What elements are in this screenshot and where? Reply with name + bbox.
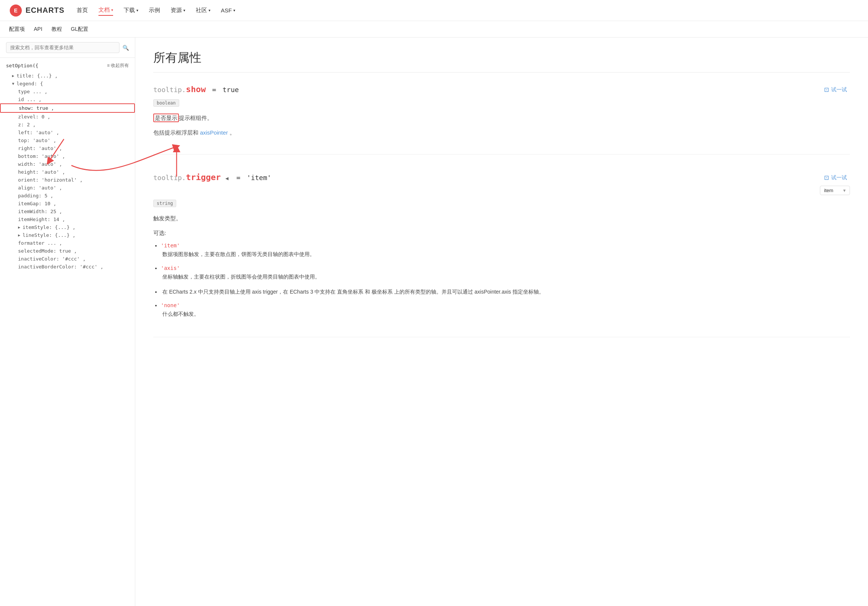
nav-item-examples[interactable]: 示例 [149,5,160,16]
tree-item-right[interactable]: right: 'auto' , [0,145,135,152]
prop-show-val: true [222,86,239,93]
sidebar-root-label: setOption({ [6,63,38,68]
prop-show-signature: tooltip.show = true [153,85,239,94]
option-axis-desc: 坐标轴触发，主要在柱状图，折线图等会使用类目轴的图表中使用。 [162,273,850,281]
expand-title-icon: ▶ [12,74,14,78]
option-none-val: 'none' [161,302,180,308]
prop-show-ns: tooltip. [153,86,186,93]
sidebar-search-area: 🔍 [0,37,135,58]
dropdown-chevron-icon: ▾ [843,188,846,193]
tree-item-legend[interactable]: ▼ legend: { [0,80,135,88]
prop-trigger-header: tooltip.trigger ◀ = 'item' ⊡ 试一试 item ▾ [153,172,850,195]
prop-trigger-desc1: 触发类型。 [153,213,850,223]
tree-item-inactivecolor[interactable]: inactiveColor: '#ccc' , [0,255,135,263]
trigger-type-badge: string [153,200,176,207]
expand-itemstyle-icon: ▶ [18,225,20,229]
expand-legend-icon: ▼ [12,82,14,86]
tree-item-orient[interactable]: orient: 'horizontal' , [0,176,135,184]
highlighted-show-text: 是否显示 [153,113,179,122]
tree-item-top[interactable]: top: 'auto' , [0,137,135,145]
tree-item-bottom[interactable]: bottom: 'auto' , [0,152,135,160]
tree-item-left[interactable]: left: 'auto' , [0,129,135,137]
tree-item-title[interactable]: ▶ title: {...} , [0,72,135,80]
layout: 🔍 setOption({ ≡ 收起所有 ▶ title: {...} , ▼ … [0,37,868,606]
collapse-all-button[interactable]: ≡ 收起所有 [107,62,129,69]
prop-show-desc2: 包括提示框浮层和 axisPointer 。 [153,127,850,138]
trigger-dropdown[interactable]: item ▾ [820,186,850,195]
try-trigger-button[interactable]: ⊡ 试一试 [821,172,850,183]
svg-text:E: E [14,8,17,14]
docs-caret-icon: ▾ [111,8,113,12]
try-show-button[interactable]: ⊡ 试一试 [821,85,850,95]
tree-item-show[interactable]: show: true , [0,103,135,113]
axispointer-link[interactable]: axisPointer [200,129,228,136]
tree-item-type[interactable]: type ... , [0,88,135,95]
search-icon[interactable]: 🔍 [122,45,129,51]
tree-item-zlevel[interactable]: zlevel: 0 , [0,113,135,121]
prop-show-header: tooltip.show = true ⊡ 试一试 [153,85,850,95]
nav-item-download[interactable]: 下载 ▾ [124,5,138,16]
tree-item-width[interactable]: width: 'auto' , [0,160,135,168]
nav-item-home[interactable]: 首页 [77,5,88,16]
option-item-desc: 数据项图形触发，主要在散点图，饼图等无类目轴的图表中使用。 [162,250,850,259]
sub-nav-config[interactable]: 配置项 [9,25,25,34]
echarts-logo-icon: E [9,4,23,17]
option-item: 'item' 数据项图形触发，主要在散点图，饼图等无类目轴的图表中使用。 [161,242,850,259]
prop-show-desc1: 是否显示提示框组件。 [153,113,850,123]
tree-item-id[interactable]: id ... , [0,95,135,103]
sub-nav-api[interactable]: API [34,25,42,34]
sub-nav-list: 配置项 API 教程 GL配置 [9,25,88,34]
option-none: 'none' 什么都不触发。 [161,302,850,319]
tree-item-inactivebordercolor[interactable]: inactiveBorderColor: '#ccc' , [0,263,135,271]
tree-item-itemheight[interactable]: itemHeight: 14 , [0,215,135,223]
tree-item-itemgap[interactable]: itemGap: 10 , [0,200,135,208]
tree-item-height[interactable]: height: 'auto' , [0,168,135,176]
try-trigger-icon: ⊡ [824,174,829,181]
tree-item-selectedmode[interactable]: selectedMode: true , [0,247,135,255]
logo-text: ECHARTS [26,6,65,15]
tree-item-formatter[interactable]: formatter ... , [0,239,135,247]
prop-trigger-signature: tooltip.trigger ◀ = 'item' [153,172,271,182]
nav-list: 首页 文档 ▾ 下载 ▾ 示例 资源 ▾ 社区 ▾ ASF ▾ [77,5,235,16]
nav-item-docs[interactable]: 文档 ▾ [98,5,113,16]
expand-linestyle-icon: ▶ [18,233,20,237]
tree-item-itemstyle[interactable]: ▶ itemStyle: {...} , [0,223,135,231]
prop-block-trigger: tooltip.trigger ◀ = 'item' ⊡ 试一试 item ▾ … [153,172,850,337]
polar-link[interactable]: 极坐标系 [372,289,393,295]
prop-show-name: show [186,85,206,94]
community-caret-icon: ▾ [209,8,211,12]
tree-item-z[interactable]: z: 2 , [0,121,135,129]
top-nav: E ECHARTS 首页 文档 ▾ 下载 ▾ 示例 资源 ▾ 社区 ▾ ASF … [0,0,868,21]
resources-caret-icon: ▾ [183,8,185,12]
search-input[interactable] [6,42,119,53]
trigger-arrow-icon: ◀ [222,175,228,181]
sidebar: 🔍 setOption({ ≡ 收起所有 ▶ title: {...} , ▼ … [0,37,135,606]
logo[interactable]: E ECHARTS [9,4,65,17]
asf-caret-icon: ▾ [233,8,235,12]
sub-nav-tutorial[interactable]: 教程 [51,25,62,34]
prop-block-show: tooltip.show = true ⊡ 试一试 boolean 是否显示提示… [153,85,850,154]
cartesian-link[interactable]: 直角坐标系 [337,289,363,295]
tree-item-padding[interactable]: padding: 5 , [0,192,135,200]
prop-trigger-name: trigger [186,172,221,182]
page-title: 所有属性 [153,50,850,73]
nav-item-resources[interactable]: 资源 ▾ [170,5,185,16]
tree-item-linestyle[interactable]: ▶ lineStyle: {...} , [0,231,135,239]
tree-item-align[interactable]: align: 'auto' , [0,184,135,192]
nav-item-asf[interactable]: ASF ▾ [221,6,235,15]
trigger-dropdown-value: item [824,188,834,193]
axispointer-axis-code: axisPointer.axis [474,289,511,295]
show-type-badge: boolean [153,99,179,107]
option-axis-note-desc: 在 ECharts 2.x 中只支持类目轴上使用 axis trigger，在 … [162,287,850,297]
prop-trigger-desc2: 可选: [153,228,850,238]
option-axis-val: 'axis' [161,265,180,271]
sub-nav-gl[interactable]: GL配置 [71,25,89,34]
option-axis-note: 在 ECharts 2.x 中只支持类目轴上使用 axis trigger，在 … [161,287,850,297]
option-item-val: 'item' [161,242,180,249]
sidebar-header: setOption({ ≡ 收起所有 [0,58,135,72]
trigger-options-list: 'item' 数据项图形触发，主要在散点图，饼图等无类目轴的图表中使用。 'ax… [161,242,850,319]
tree-item-itemwidth[interactable]: itemWidth: 25 , [0,208,135,215]
nav-item-community[interactable]: 社区 ▾ [196,5,211,16]
prop-trigger-right: ⊡ 试一试 item ▾ [820,172,850,195]
sub-nav: 配置项 API 教程 GL配置 [0,21,868,37]
